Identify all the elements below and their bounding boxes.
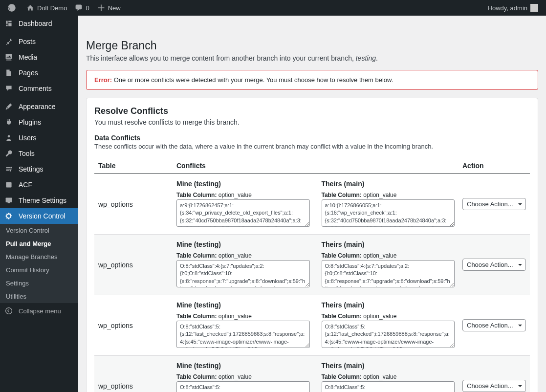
- theirs-label: Theirs (main): [322, 240, 455, 248]
- collapse-icon: [5, 307, 15, 315]
- theirs-value-textarea[interactable]: O:8:"stdClass":5:{s:12:"last_checked";i:…: [322, 381, 455, 392]
- choose-action-select[interactable]: Choose Action...: [462, 198, 526, 210]
- conflict-action: Choose Action...: [459, 295, 530, 356]
- th-conflicts: Conflicts: [173, 158, 459, 174]
- submenu-item-utilities[interactable]: Utilities: [0, 290, 78, 303]
- error-label: Error:: [94, 76, 112, 84]
- wordpress-icon: [8, 4, 16, 12]
- mine-label: Mine (testing): [176, 240, 310, 248]
- plus-icon: [97, 4, 105, 12]
- conflict-row: wp_optionsMine (testing)Table Column: op…: [94, 235, 530, 295]
- sidebar-item-label: Pages: [19, 69, 38, 77]
- sidebar-item-label: Plugins: [19, 118, 41, 126]
- theirs-label: Theirs (main): [322, 180, 455, 188]
- conflict-row: wp_optionsMine (testing)Table Column: op…: [94, 356, 530, 392]
- sidebar-item-users[interactable]: Users: [0, 130, 78, 146]
- conflict-action: Choose Action...: [459, 356, 530, 392]
- resolve-title: Resolve Conflicts: [94, 106, 530, 116]
- choose-action-select[interactable]: Choose Action...: [462, 259, 526, 271]
- home-icon: [26, 4, 34, 12]
- site-name-button[interactable]: Dolt Demo: [22, 0, 71, 16]
- conflict-action: Choose Action...: [459, 235, 530, 295]
- data-conflicts-desc: These conflicts occur with the data, whe…: [94, 143, 530, 150]
- mine-value-textarea[interactable]: O:8:"stdClass":4:{s:7:"updates";a:2:{i:0…: [176, 260, 310, 287]
- mine-value-textarea[interactable]: a:9:{i:1726862457;a:1:{s:34:"wp_privacy_…: [176, 199, 310, 227]
- sidebar-item-label: Comments: [19, 85, 52, 92]
- comments-count: 0: [86, 4, 89, 12]
- collapse-menu-button[interactable]: Collapse menu: [0, 303, 78, 319]
- resolve-panel: Resolve Conflicts You must resolve confl…: [86, 98, 538, 392]
- sidebar-item-pages[interactable]: Pages: [0, 65, 78, 81]
- mine-value-textarea[interactable]: O:8:"stdClass":5:{s:12:"last_checked";i:…: [176, 381, 310, 392]
- sidebar-item-dashboard[interactable]: Dashboard: [0, 16, 78, 31]
- sidebar-item-version-control[interactable]: Version Control: [0, 208, 78, 224]
- brush-icon: [5, 103, 15, 110]
- theirs-value-textarea[interactable]: a:10:{i:1726866055;a:1:{s:16:"wp_version…: [322, 199, 455, 227]
- theirs-value-textarea[interactable]: O:8:"stdClass":4:{s:7:"updates";a:2:{i:0…: [322, 260, 455, 287]
- sidebar-item-media[interactable]: Media: [0, 49, 78, 65]
- sidebar-item-label: ACF: [19, 181, 32, 189]
- sidebar-item-posts[interactable]: Posts: [0, 34, 78, 49]
- collapse-label: Collapse menu: [19, 307, 61, 315]
- submenu-item-commit-history[interactable]: Commit History: [0, 263, 78, 277]
- theirs-value-textarea[interactable]: O:8:"stdClass":5:{s:12:"last_checked";i:…: [322, 321, 455, 348]
- sidebar-item-label: Posts: [19, 38, 36, 45]
- sidebar-item-label: Settings: [19, 165, 44, 173]
- sidebar-item-tools[interactable]: Tools: [0, 146, 78, 161]
- svg-rect-4: [6, 197, 12, 202]
- admin-bar: Dolt Demo 0 New Howdy, admin: [0, 0, 546, 16]
- sidebar-item-label: Users: [19, 134, 37, 142]
- avatar: [530, 4, 538, 12]
- plugin-icon: [5, 118, 15, 126]
- media-icon: [5, 53, 15, 61]
- sidebar-item-settings[interactable]: Settings: [0, 161, 78, 177]
- submenu-item-version-control[interactable]: Version Control: [0, 224, 78, 237]
- resolve-desc: You must resolve conflicts to merge this…: [94, 118, 530, 126]
- sidebar-item-theme-settings[interactable]: Theme Settings: [0, 193, 78, 208]
- sidebar-item-plugins[interactable]: Plugins: [0, 114, 78, 130]
- sidebar-item-acf[interactable]: ACF: [0, 177, 78, 193]
- theirs-label: Theirs (main): [322, 362, 455, 370]
- svg-rect-3: [6, 182, 11, 187]
- svg-point-6: [6, 308, 12, 314]
- users-icon: [5, 134, 15, 142]
- mine-value-textarea[interactable]: O:8:"stdClass":5:{s:12:"last_checked";i:…: [176, 321, 310, 348]
- choose-action-select[interactable]: Choose Action...: [462, 319, 526, 331]
- svg-point-0: [8, 135, 10, 137]
- conflict-details: Mine (testing)Table Column: option_value…: [173, 295, 459, 356]
- account-button[interactable]: Howdy, admin: [484, 0, 542, 16]
- dashboard-icon: [5, 20, 15, 27]
- page-icon: [5, 69, 15, 77]
- theirs-label: Theirs (main): [322, 301, 455, 309]
- submenu-item-manage-branches[interactable]: Manage Branches: [0, 250, 78, 263]
- submenu-item-settings[interactable]: Settings: [0, 277, 78, 290]
- mine-label: Mine (testing): [176, 301, 310, 309]
- choose-action-select[interactable]: Choose Action...: [462, 380, 526, 392]
- conflict-details: Mine (testing)Table Column: option_value…: [173, 174, 459, 235]
- submenu-item-pull-and-merge[interactable]: Pull and Merge: [0, 237, 78, 250]
- svg-point-1: [10, 167, 12, 168]
- sidebar-item-comments[interactable]: Comments: [0, 81, 78, 96]
- conflict-row: wp_optionsMine (testing)Table Column: op…: [94, 295, 530, 356]
- acf-icon: [5, 181, 15, 189]
- svg-rect-5: [8, 202, 10, 203]
- sidebar-item-label: Media: [19, 53, 37, 61]
- gear-icon: [5, 212, 15, 220]
- new-content-button[interactable]: New: [93, 0, 125, 16]
- data-conflicts-title: Data Conflicts: [94, 134, 530, 142]
- settings-icon: [5, 165, 15, 173]
- comments-button[interactable]: 0: [71, 0, 93, 16]
- comment-icon: [5, 85, 15, 92]
- wp-logo-button[interactable]: [4, 0, 22, 16]
- submenu: Version ControlPull and MergeManage Bran…: [0, 224, 78, 303]
- sidebar-item-label: Version Control: [19, 212, 66, 220]
- sidebar-item-label: Dashboard: [19, 20, 52, 27]
- conflict-details: Mine (testing)Table Column: option_value…: [173, 356, 459, 392]
- page-title: Merge Branch: [86, 39, 538, 52]
- comment-icon: [75, 4, 83, 12]
- main-content: Merge Branch This interface allows you t…: [78, 16, 546, 392]
- mine-label: Mine (testing): [176, 362, 310, 370]
- conflict-row: wp_optionsMine (testing)Table Column: op…: [94, 174, 530, 235]
- sidebar-item-appearance[interactable]: Appearance: [0, 99, 78, 114]
- conflicts-table: Table Conflicts Action wp_optionsMine (t…: [94, 158, 530, 392]
